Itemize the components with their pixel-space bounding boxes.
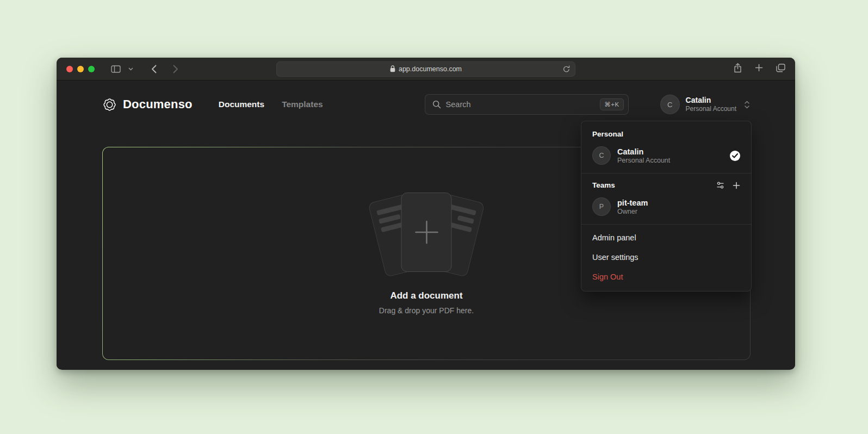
nav-templates[interactable]: Templates (282, 100, 323, 109)
add-document-card-icon (401, 193, 452, 272)
lock-icon (390, 65, 395, 72)
avatar: P (592, 197, 611, 216)
new-tab-icon[interactable] (755, 64, 763, 74)
documenso-logo-icon (102, 97, 117, 112)
dropzone-subtitle: Drag & drop your PDF here. (379, 306, 474, 315)
sidebar-toggle-icon[interactable] (109, 62, 123, 76)
menu-item-admin-panel[interactable]: Admin panel (581, 228, 751, 247)
avatar: C (660, 95, 680, 114)
search-shortcut-badge: ⌘+K (600, 98, 623, 110)
url-text: app.documenso.com (399, 65, 462, 73)
teams-section-label: Teams (592, 181, 615, 189)
account-subtitle: Personal Account (686, 105, 736, 113)
browser-window: app.documenso.com (57, 58, 795, 370)
menu-divider (581, 224, 751, 225)
menu-item-sign-out[interactable]: Sign Out (581, 267, 751, 287)
team-role: Owner (617, 208, 648, 215)
teams-section-header: Teams (581, 175, 751, 194)
chevrons-up-down-icon (743, 100, 751, 109)
account-dropdown-menu: Personal C Catalin Personal Account Team… (581, 121, 752, 292)
document-cards-illustration (364, 193, 489, 274)
close-window-button[interactable] (66, 66, 73, 72)
minimize-window-button[interactable] (77, 66, 84, 72)
personal-account-subtitle: Personal Account (617, 157, 670, 164)
personal-section-label: Personal (581, 123, 751, 143)
menu-item-user-settings[interactable]: User settings (581, 247, 751, 267)
plus-icon (411, 217, 442, 247)
add-team-icon[interactable] (733, 182, 740, 189)
personal-account-item[interactable]: C Catalin Personal Account (581, 143, 751, 172)
account-menu-button[interactable]: C Catalin Personal Account (660, 95, 751, 114)
zoom-window-button[interactable] (88, 66, 95, 72)
address-bar[interactable]: app.documenso.com (276, 61, 575, 77)
forward-button[interactable] (169, 62, 183, 76)
back-button[interactable] (147, 62, 161, 76)
brand[interactable]: Documenso (102, 97, 193, 112)
nav-documents[interactable]: Documents (219, 100, 264, 109)
search-icon (432, 100, 441, 109)
search-input[interactable]: Search ⌘+K (425, 94, 629, 115)
primary-nav: Documents Templates (219, 100, 323, 109)
traffic-lights (66, 66, 95, 72)
personal-account-name: Catalin (617, 147, 670, 157)
page-content: Documenso Documents Templates Search ⌘+K… (57, 80, 795, 369)
sidebar-chevron-icon[interactable] (126, 62, 135, 76)
account-name: Catalin (686, 96, 736, 106)
team-name: pit-team (617, 198, 648, 208)
menu-divider (581, 173, 751, 173)
manage-teams-icon[interactable] (716, 181, 724, 189)
brand-name: Documenso (123, 97, 193, 111)
team-item-pit-team[interactable]: P pit-team Owner (581, 194, 751, 223)
tab-overview-icon[interactable] (776, 64, 785, 75)
avatar: C (592, 146, 611, 165)
browser-toolbar: app.documenso.com (57, 58, 795, 80)
search-placeholder: Search (446, 100, 471, 109)
reload-icon[interactable] (563, 65, 570, 73)
dropzone-title: Add a document (390, 290, 462, 301)
share-icon[interactable] (734, 63, 742, 75)
selected-check-icon (730, 151, 740, 161)
